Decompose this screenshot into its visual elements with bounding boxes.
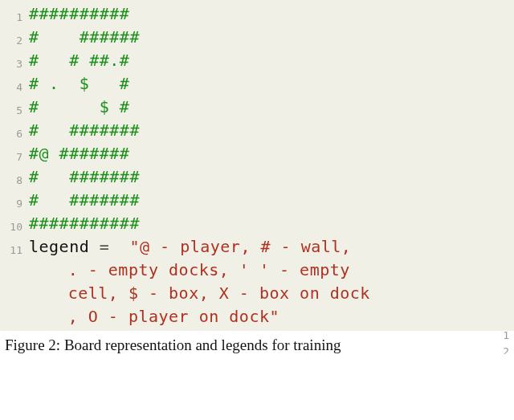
- right-margin-numbers: 1 2: [490, 334, 509, 350]
- legend-line: legend = "@ - player, # - wall, . - empt…: [29, 235, 514, 328]
- line-number: 6: [0, 127, 29, 142]
- code-line: 1 ##########: [0, 2, 514, 26]
- board-row: # . $ #: [29, 72, 514, 96]
- code-line: 6 # #######: [0, 119, 514, 142]
- board-row: # #######: [29, 165, 514, 189]
- line-number: 5: [0, 104, 29, 119]
- code-line-legend: 11 legend = "@ - player, # - wall, . - e…: [0, 235, 514, 328]
- code-line: 9 # #######: [0, 189, 514, 212]
- line-number: 9: [0, 197, 29, 212]
- line-number: 1: [0, 10, 29, 26]
- string-open-quote: ": [129, 237, 140, 256]
- string-body-3: cell, $ - box, X - box on dock: [58, 283, 370, 303]
- line-number: 10: [0, 220, 29, 235]
- board-row: # # ##.#: [29, 49, 514, 72]
- board-row: ##########: [29, 2, 514, 26]
- line-number: 7: [0, 150, 29, 165]
- right-margin-number: 2: [503, 345, 509, 354]
- string-close-quote: ": [269, 307, 279, 326]
- legend-identifier: legend: [29, 237, 89, 256]
- board-row: ###########: [29, 212, 514, 235]
- code-line: 10 ###########: [0, 212, 514, 235]
- line-number: 4: [0, 80, 29, 96]
- code-line: 3 # # ##.#: [0, 49, 514, 72]
- code-line: 8 # #######: [0, 165, 514, 189]
- code-line: 4 # . $ #: [0, 72, 514, 96]
- board-row: # $ #: [29, 96, 514, 119]
- code-listing: 1 ########## 2 # ###### 3 # # ##.# 4 # .…: [0, 0, 514, 331]
- board-row: # #######: [29, 119, 514, 142]
- string-body-2: . - empty docks, ' ' - empty: [58, 260, 350, 279]
- code-line: 7 #@ #######: [0, 142, 514, 165]
- figure-caption: Figure 2: Board representation and legen…: [5, 336, 490, 354]
- board-row: #@ #######: [29, 142, 514, 165]
- equals-sign: =: [100, 237, 110, 256]
- string-body-1: @ - player, # - wall,: [140, 237, 351, 256]
- code-line: 2 # ######: [0, 26, 514, 49]
- line-number: 2: [0, 34, 29, 49]
- line-number: 11: [0, 243, 29, 259]
- right-margin-number: 1: [503, 329, 509, 341]
- string-body-4: , O - player on dock: [58, 307, 269, 326]
- figure-caption-row: Figure 2: Board representation and legen…: [0, 331, 514, 354]
- line-number: 8: [0, 173, 29, 189]
- code-line: 5 # $ #: [0, 96, 514, 119]
- board-row: # #######: [29, 189, 514, 212]
- board-row: # ######: [29, 26, 514, 49]
- caption-prefix: Figure 2:: [5, 336, 64, 353]
- caption-body: Board representation and legends for tra…: [64, 336, 341, 353]
- line-number: 3: [0, 57, 29, 72]
